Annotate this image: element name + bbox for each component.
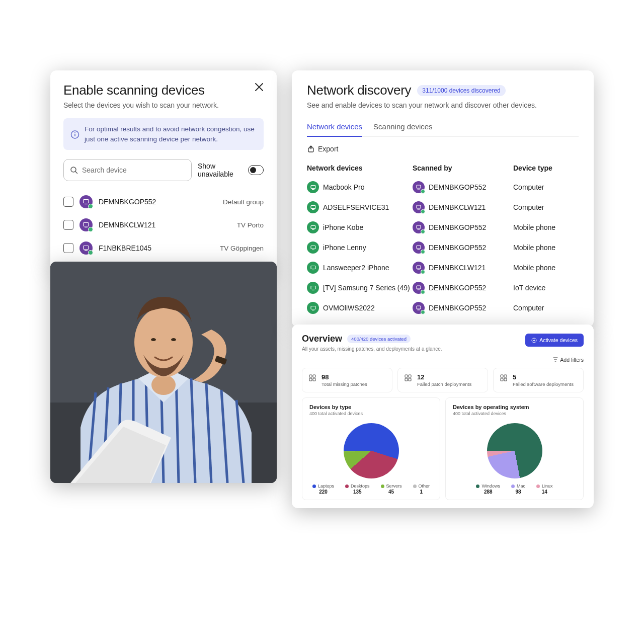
svg-rect-39 (417, 306, 421, 309)
chart-subtitle: 400 total activated devices (309, 411, 433, 416)
cell-device: [TV] Samsung 7 Series (49) (307, 282, 413, 294)
stat-value: 98 (321, 373, 367, 381)
add-filters-button[interactable]: Add filters (302, 357, 584, 363)
svg-rect-48 (409, 378, 411, 381)
svg-rect-43 (309, 378, 312, 381)
overview-panel: Overview 400/420 devices activated All y… (292, 325, 594, 508)
search-input[interactable] (82, 166, 185, 174)
svg-rect-30 (311, 225, 315, 228)
scanner-icon (413, 302, 425, 314)
info-banner: For optimal results and to avoid network… (63, 118, 264, 150)
legend-label: Mac (511, 484, 525, 489)
device-name: DEMNBKGOP552 (99, 198, 156, 206)
svg-rect-49 (501, 375, 503, 377)
scanner-icon (413, 242, 425, 254)
table-row[interactable]: ADSELFSERVICE31 DEMNBKCLW121 Computer (307, 197, 579, 217)
panel-title: Network discovery (307, 83, 411, 98)
export-icon (307, 145, 315, 153)
network-device-icon (307, 262, 319, 274)
cell-type: Mobile phone (513, 244, 579, 252)
legend-label: Servers (381, 484, 402, 489)
device-group: TV Porto (237, 221, 264, 229)
tab-scanning-devices[interactable]: Scanning devices (373, 118, 433, 136)
stat-card[interactable]: 98Total missing patches (302, 368, 392, 392)
show-unavailable-toggle[interactable] (248, 165, 264, 175)
overview-subtitle: All your assets, missing patches, and de… (302, 346, 442, 352)
stat-icon (500, 374, 508, 382)
legend-value: 98 (511, 489, 525, 495)
cell-type: Computer (513, 203, 579, 211)
activate-devices-button[interactable]: Activate devices (525, 334, 584, 347)
device-group: TV Göppingen (220, 245, 264, 252)
cell-type: Computer (513, 183, 579, 191)
network-device-icon (307, 242, 319, 254)
cell-device: OVMOliWS2022 (307, 302, 413, 314)
cell-type: Computer (513, 304, 579, 312)
col-header-scanned-by: Scanned by (413, 164, 513, 172)
table-row[interactable]: iPhone Kobe DEMNBKGOP552 Mobile phone (307, 217, 579, 237)
table-row[interactable]: [TV] Samsung 7 Series (49) DEMNBKGOP552 … (307, 278, 579, 298)
device-row: F1NBKBRE1045 TV Göppingen (63, 236, 264, 260)
discovery-count-pill: 311/1000 devices discovered (417, 85, 505, 96)
cell-scanned-by: DEMNBKCLW121 (413, 201, 513, 213)
modal-title: Enable scanning devices (63, 83, 205, 98)
chart-card: Devices by operating system 400 total ac… (445, 397, 584, 500)
cell-type: Mobile phone (513, 223, 579, 231)
pie-chart (344, 423, 399, 478)
info-text: For optimal results and to avoid network… (85, 124, 257, 144)
legend-label: Linux (536, 484, 553, 489)
cell-scanned-by: DEMNBKGOP552 (413, 242, 513, 254)
col-header-type: Device type (513, 164, 579, 172)
device-icon (79, 218, 93, 231)
svg-rect-31 (417, 225, 421, 228)
search-input-wrap[interactable] (63, 159, 192, 181)
svg-rect-36 (311, 286, 315, 289)
svg-rect-4 (84, 200, 89, 203)
stat-card[interactable]: 5Failed software deployments (493, 368, 584, 392)
legend-item: Desktops 135 (345, 484, 370, 495)
svg-point-1 (74, 132, 75, 133)
tab-network-devices[interactable]: Network devices (307, 118, 362, 137)
svg-rect-26 (311, 185, 315, 188)
svg-rect-52 (504, 378, 507, 381)
device-checkbox[interactable] (63, 243, 73, 253)
activated-pill: 400/420 devices activated (347, 335, 411, 343)
photo-person (50, 262, 277, 483)
activate-label: Activate devices (539, 337, 578, 343)
scanner-icon (413, 262, 425, 274)
legend-label: Desktops (345, 484, 370, 489)
device-checkbox[interactable] (63, 197, 73, 207)
info-icon (70, 125, 79, 144)
device-icon (79, 195, 93, 208)
cell-type: Mobile phone (513, 264, 579, 272)
legend-label: Laptops (312, 484, 334, 489)
table-row[interactable]: Lansweeper2 iPhone DEMNBKCLW121 Mobile p… (307, 258, 579, 278)
export-button[interactable]: Export (307, 143, 579, 155)
legend-item: Laptops 220 (312, 484, 334, 495)
network-discovery-panel: Network discovery 311/1000 devices disco… (292, 70, 594, 327)
cell-scanned-by: DEMNBKGOP552 (413, 221, 513, 233)
chart-title: Devices by type (309, 404, 433, 410)
table-row[interactable]: Macbook Pro DEMNBKGOP552 Computer (307, 177, 579, 197)
stat-label: Failed patch deployments (417, 381, 471, 387)
network-device-icon (307, 181, 319, 193)
enable-scanning-modal: Enable scanning devices Select the devic… (50, 70, 277, 270)
scanner-icon (413, 181, 425, 193)
svg-rect-51 (501, 378, 503, 381)
chart-subtitle: 400 total activated devices (453, 411, 576, 416)
cell-scanned-by: DEMNBKGOP552 (413, 302, 513, 314)
legend-item: Windows 288 (476, 484, 500, 495)
table-row[interactable]: OVMOliWS2022 DEMNBKGOP552 Computer (307, 298, 579, 318)
legend-item: Servers 45 (381, 484, 402, 495)
legend-label: Other (413, 484, 430, 489)
table-row[interactable]: iPhone Lenny DEMNBKGOP552 Mobile phone (307, 237, 579, 258)
legend-item: Mac 98 (511, 484, 525, 495)
svg-point-21 (134, 307, 193, 377)
panel-subtitle: See and enable devices to scan your netw… (307, 101, 579, 109)
chart-card: Devices by type 400 total activated devi… (302, 397, 440, 500)
device-checkbox[interactable] (63, 220, 73, 230)
device-name: F1NBKBRE1045 (99, 244, 151, 252)
close-icon[interactable] (255, 83, 264, 92)
legend-value: 220 (312, 489, 334, 495)
stat-card[interactable]: 12Failed patch deployments (397, 368, 488, 392)
